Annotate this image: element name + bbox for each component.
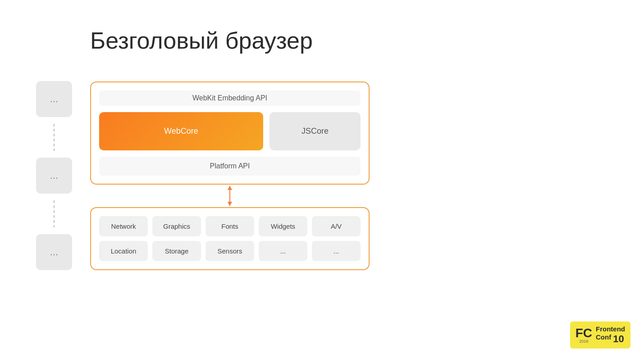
logo-text-block: Frontend Conf 10 [596, 325, 625, 345]
left-box-3: ... [36, 234, 72, 270]
platform-item-widgets: Widgets [259, 216, 307, 236]
svg-marker-2 [228, 186, 232, 190]
diagram-area: ... ... ... WebKit Embedding API [36, 81, 608, 270]
dashed-line-2 [54, 200, 55, 227]
webkit-box: WebKit Embedding API WebCore JSCore Plat… [90, 81, 370, 185]
cores-row: WebCore JSCore [99, 112, 361, 150]
webcore-box: WebCore [99, 112, 263, 150]
double-arrow-svg [225, 185, 234, 207]
dashed-line-1 [54, 124, 55, 151]
platform-grid: Network Graphics Fonts Widgets A/V Locat… [99, 216, 361, 261]
platform-item-ellipsis-2: ... [312, 241, 361, 261]
slide-container: Безголовый браузер ... ... ... Web [0, 0, 644, 362]
main-diagram: WebKit Embedding API WebCore JSCore Plat… [90, 81, 370, 270]
arrow-connector [225, 185, 234, 207]
platform-item-ellipsis-1: ... [259, 241, 307, 261]
logo-fc-block: FC 2018 [575, 327, 592, 344]
platform-item-sensors: Sensors [206, 241, 254, 261]
platform-item-network: Network [99, 216, 148, 236]
platform-box: Network Graphics Fonts Widgets A/V Locat… [90, 207, 370, 270]
logo-conf-row: Conf 10 [596, 333, 625, 345]
svg-rect-3 [229, 190, 230, 202]
jscore-box: JSCore [269, 112, 361, 150]
platform-item-av: A/V [312, 216, 361, 236]
platform-item-location: Location [99, 241, 148, 261]
svg-marker-4 [228, 202, 232, 206]
webkit-api-label: WebKit Embedding API [99, 90, 361, 106]
platform-item-graphics: Graphics [152, 216, 201, 236]
platform-item-storage: Storage [152, 241, 201, 261]
left-box-2: ... [36, 158, 72, 194]
platform-api-bar: Platform API [99, 157, 361, 176]
page-title: Безголовый браузер [90, 27, 313, 54]
left-box-1: ... [36, 81, 72, 117]
logo-badge: FC 2018 Frontend Conf 10 [570, 321, 630, 348]
platform-item-fonts: Fonts [206, 216, 254, 236]
left-boxes-column: ... ... ... [36, 81, 72, 270]
